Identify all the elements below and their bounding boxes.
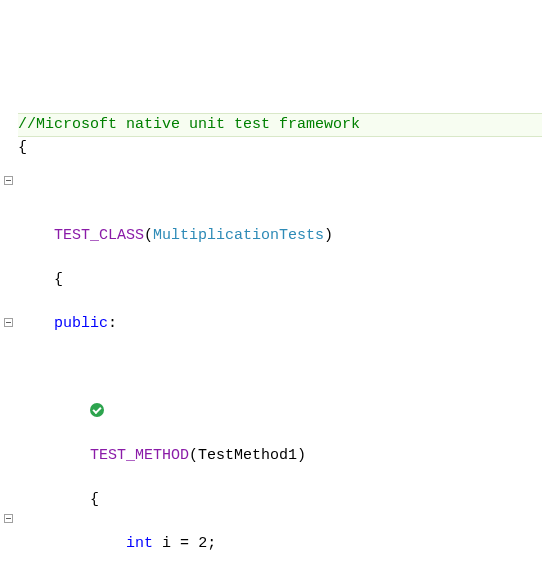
keyword-public: public — [54, 315, 108, 332]
method-name: TestMethod1 — [198, 447, 297, 464]
class-name: MultiplicationTests — [153, 227, 324, 244]
fold-toggle[interactable] — [4, 514, 13, 523]
code-area[interactable]: //Microsoft native unit test framework {… — [18, 88, 542, 580]
macro-test-method: TEST_METHOD — [90, 447, 189, 464]
code-editor[interactable]: //Microsoft native unit test framework {… — [0, 88, 542, 580]
fold-toggle[interactable] — [4, 318, 13, 327]
fold-gutter — [0, 88, 18, 580]
blank-line — [18, 181, 542, 203]
fold-toggle[interactable] — [4, 176, 13, 185]
test-pass-icon[interactable] — [90, 403, 104, 417]
blank-line — [18, 357, 542, 379]
macro-test-class: TEST_CLASS — [54, 227, 144, 244]
comment: //Microsoft native unit test framework — [18, 116, 360, 133]
